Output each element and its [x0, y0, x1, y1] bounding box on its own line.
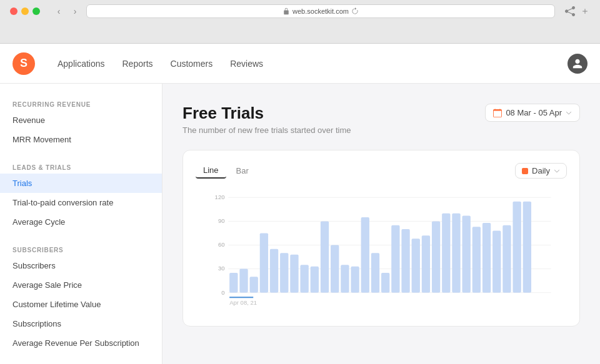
bar-18[interactable]	[412, 239, 420, 292]
sidebar: Recurring Revenue Revenue MRR Movement L…	[0, 84, 162, 364]
browser-right-controls	[565, 6, 590, 16]
avatar[interactable]	[568, 54, 588, 74]
bar-2[interactable]	[250, 277, 258, 292]
chart-svg: 120 90 60 30 0 Apr 08, 21	[196, 189, 567, 313]
bar-29[interactable]	[523, 202, 531, 293]
minimize-button[interactable]	[21, 7, 29, 15]
nav-customers[interactable]: Customers	[163, 54, 221, 74]
app-logo: S	[12, 52, 35, 75]
bar-12[interactable]	[351, 267, 359, 293]
sidebar-item-avg-revenue-per-sub[interactable]: Average Revenue Per Subscription	[0, 333, 162, 353]
bar-23[interactable]	[462, 215, 471, 292]
add-tab-icon[interactable]	[580, 6, 590, 16]
main-content: Free Trials The number of new free trial…	[162, 84, 600, 364]
bar-4[interactable]	[270, 249, 278, 293]
bar-27[interactable]	[502, 225, 511, 293]
maximize-button[interactable]	[32, 7, 40, 15]
bar-19[interactable]	[422, 235, 430, 292]
bar-11[interactable]	[341, 265, 349, 292]
bar-13[interactable]	[361, 217, 369, 293]
chevron-down-icon	[566, 110, 572, 116]
sidebar-section-subscribers: Subscribers Subscribers Average Sale Pri…	[0, 242, 162, 353]
date-range-picker[interactable]: 08 Mar - 05 Apr	[485, 104, 580, 122]
y-label-30: 30	[218, 265, 225, 272]
forward-button[interactable]: ›	[69, 5, 81, 17]
user-icon	[572, 58, 583, 69]
section-title-recurring-revenue: Recurring Revenue	[0, 96, 162, 111]
y-label-0: 0	[221, 289, 224, 296]
chart-controls: Line Bar Daily	[196, 163, 567, 179]
bar-24[interactable]	[472, 227, 481, 292]
nav-reports[interactable]: Reports	[115, 54, 161, 74]
main-layout: Recurring Revenue Revenue MRR Movement L…	[0, 84, 600, 364]
sidebar-item-trials[interactable]: Trials	[0, 174, 162, 193]
chart-container: Line Bar Daily 120 90 60 30 0	[182, 150, 580, 327]
bar-5[interactable]	[280, 253, 288, 292]
frequency-label: Daily	[532, 166, 550, 175]
y-label-90: 90	[218, 217, 225, 224]
bar-14[interactable]	[371, 253, 379, 292]
sidebar-item-customer-lifetime-value[interactable]: Customer Lifetime Value	[0, 295, 162, 314]
bar-3[interactable]	[260, 233, 268, 292]
sidebar-item-mrr-movement[interactable]: MRR Movement	[0, 130, 162, 149]
bar-0[interactable]	[229, 273, 238, 293]
date-range-text: 08 Mar - 05 Apr	[506, 108, 562, 117]
lock-icon	[282, 7, 290, 15]
bar-22[interactable]	[452, 214, 460, 293]
y-label-60: 60	[218, 241, 225, 248]
bar-25[interactable]	[482, 223, 491, 293]
sidebar-item-subscriptions[interactable]: Subscriptions	[0, 314, 162, 333]
bar-8[interactable]	[311, 267, 319, 293]
sidebar-item-subscribers[interactable]: Subscribers	[0, 256, 162, 275]
bar-21[interactable]	[442, 214, 450, 293]
back-button[interactable]: ‹	[52, 5, 65, 17]
bar-15[interactable]	[381, 273, 389, 293]
traffic-lights	[10, 7, 40, 15]
bar-26[interactable]	[492, 231, 501, 293]
chart-type-buttons: Line Bar	[196, 163, 256, 179]
y-label-120: 120	[215, 194, 225, 200]
chart-type-line[interactable]: Line	[196, 163, 226, 179]
browser-chrome: ‹ › web.socketkit.com	[0, 0, 600, 44]
bar-1[interactable]	[239, 269, 248, 293]
nav-applications[interactable]: Applications	[50, 54, 112, 74]
bar-20[interactable]	[432, 221, 440, 292]
x-axis-label: Apr 08, 21	[229, 299, 257, 306]
page-title: Free Trials	[182, 104, 351, 123]
frequency-dot	[522, 168, 528, 174]
app-header: S Applications Reports Customers Reviews	[0, 44, 600, 84]
url-text: web.socketkit.com	[292, 7, 349, 15]
calendar-icon	[493, 109, 502, 117]
nav-reviews[interactable]: Reviews	[222, 54, 271, 74]
close-button[interactable]	[10, 7, 18, 15]
bar-28[interactable]	[512, 202, 521, 293]
sidebar-item-trial-to-paid[interactable]: Trial-to-paid conversion rate	[0, 193, 162, 212]
page-subtitle: The number of new free trials started ov…	[182, 125, 351, 135]
chart-type-bar[interactable]: Bar	[229, 163, 256, 179]
bar-10[interactable]	[331, 245, 339, 292]
sidebar-section-leads-trials: Leads & Trials Trials Trial-to-paid conv…	[0, 159, 162, 232]
bar-16[interactable]	[391, 225, 399, 293]
page-title-group: Free Trials The number of new free trial…	[182, 104, 351, 135]
share-icon[interactable]	[565, 6, 575, 16]
bar-9[interactable]	[321, 221, 329, 292]
bar-17[interactable]	[401, 229, 409, 293]
app-nav: Applications Reports Customers Reviews	[50, 54, 552, 74]
section-title-leads-trials: Leads & Trials	[0, 159, 162, 174]
sidebar-item-average-cycle[interactable]: Average Cycle	[0, 212, 162, 232]
address-bar[interactable]: web.socketkit.com	[86, 4, 555, 18]
bar-6[interactable]	[290, 255, 298, 293]
sidebar-item-revenue[interactable]: Revenue	[0, 111, 162, 130]
chevron-down-icon-freq	[554, 168, 560, 174]
bar-chart: 120 90 60 30 0 Apr 08, 21	[196, 189, 567, 313]
sidebar-item-average-sale-price[interactable]: Average Sale Price	[0, 275, 162, 295]
sidebar-section-recurring-revenue: Recurring Revenue Revenue MRR Movement	[0, 96, 162, 149]
section-title-subscribers: Subscribers	[0, 242, 162, 256]
content-header: Free Trials The number of new free trial…	[182, 104, 580, 135]
frequency-picker[interactable]: Daily	[515, 163, 567, 179]
bar-7[interactable]	[300, 265, 308, 292]
reload-icon[interactable]	[351, 7, 359, 15]
